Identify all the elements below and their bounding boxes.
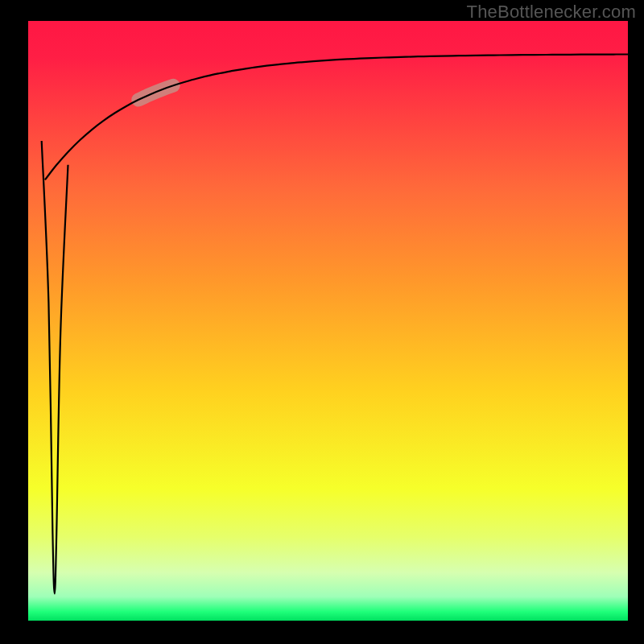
attribution-text: TheBottlenecker.com xyxy=(467,2,636,23)
chart-svg xyxy=(0,0,644,644)
chart-stage: TheBottlenecker.com xyxy=(0,0,644,644)
